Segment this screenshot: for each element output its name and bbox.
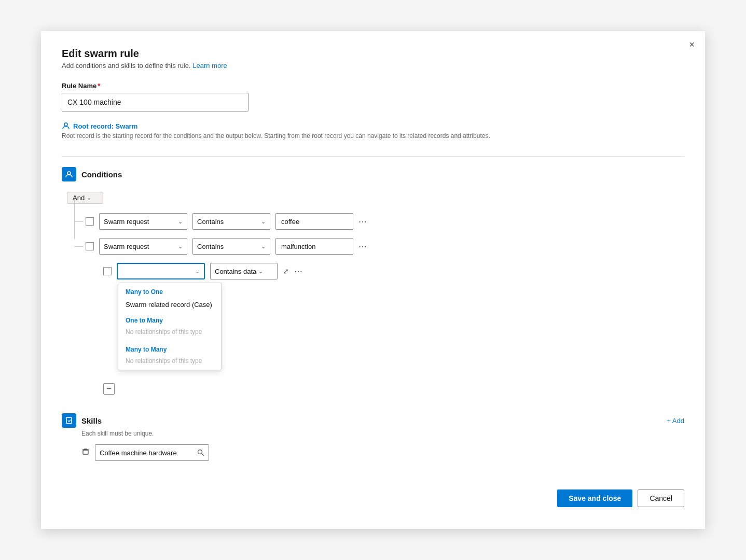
svg-point-0 [64, 123, 67, 126]
operator-chevron-icon-2: ⌄ [261, 243, 266, 250]
skills-section: Skills + Add Each skill must be unique. [62, 413, 684, 461]
h-connector-1 [74, 221, 84, 222]
conditions-title: Conditions [81, 170, 122, 179]
skill-input-1[interactable] [100, 449, 194, 457]
delete-skill-button-1[interactable] [81, 447, 90, 458]
operator-chevron-icon-3: ⌄ [258, 268, 263, 275]
expand-button-3[interactable]: ⤢ [283, 267, 289, 275]
condition-row-3-more-options[interactable]: ⋯ [294, 267, 303, 276]
svg-rect-3 [83, 450, 88, 454]
condition-row-3-checkbox[interactable] [103, 267, 112, 275]
close-button[interactable]: × [689, 39, 695, 50]
condition-row-2: Swarm request ⌄ Contains ⌄ ⋯ [86, 238, 684, 255]
modal-subtitle: Add conditions and skills to define this… [62, 62, 684, 69]
conditions-icon [62, 167, 76, 181]
condition-row-1: Swarm request ⌄ Contains ⌄ ⋯ [86, 213, 684, 230]
root-record-label: Root record: Swarm [73, 122, 137, 130]
search-icon-1 [197, 449, 204, 456]
conditions-section-icon [65, 170, 73, 178]
condition-row-1-checkbox[interactable] [86, 217, 94, 226]
skill-input-wrap-1 [95, 444, 209, 461]
svg-point-5 [198, 450, 202, 454]
add-skill-button[interactable]: + Add [667, 417, 684, 425]
no-many-to-many-label: No relationships of this type [118, 355, 221, 370]
svg-rect-2 [66, 417, 72, 424]
connector-line-1 [74, 199, 75, 239]
field-chevron-icon-3: ⌄ [195, 268, 200, 275]
many-to-many-group-label: Many to Many [118, 341, 221, 355]
condition-row-1-value-input[interactable] [275, 213, 353, 230]
and-operator-dropdown[interactable]: And ⌄ [67, 192, 103, 204]
trash-icon-1 [81, 447, 90, 456]
cancel-button[interactable]: Cancel [638, 489, 684, 507]
root-record-desc: Root record is the starting record for t… [62, 132, 684, 139]
conditions-section-header: Conditions [62, 167, 684, 181]
conditions-area: And ⌄ Swarm request ⌄ Contains ⌄ ⋯ Swar [67, 192, 684, 395]
condition-row-1-operator-select[interactable]: Contains ⌄ [192, 213, 270, 230]
save-and-close-button[interactable]: Save and close [557, 489, 632, 507]
skills-icon [62, 413, 76, 428]
svg-line-6 [202, 454, 204, 456]
learn-more-link[interactable]: Learn more [192, 62, 227, 69]
rule-name-label: Rule Name* [62, 82, 684, 90]
skills-section-icon [65, 416, 73, 425]
operator-chevron-icon-1: ⌄ [261, 218, 266, 225]
condition-row-2-more-options[interactable]: ⋯ [358, 242, 368, 251]
condition-row-2-checkbox[interactable] [86, 242, 94, 250]
skills-title: Skills [81, 416, 102, 425]
skill-row-1 [81, 444, 684, 461]
one-to-many-group-label: One to Many [118, 312, 221, 326]
no-one-to-many-label: No relationships of this type [118, 326, 221, 341]
rule-name-input[interactable] [62, 93, 248, 111]
add-condition-button[interactable]: − [103, 383, 115, 395]
skills-header: Skills + Add [62, 413, 684, 428]
skills-description: Each skill must be unique. [81, 430, 684, 437]
condition-row-2-value-input[interactable] [275, 238, 353, 255]
modal-title: Edit swarm rule [62, 48, 684, 60]
condition-row-3-field-dropdown[interactable]: ⌄ Many to One Swarm related record (Case… [117, 263, 205, 279]
condition-row-2-operator-select[interactable]: Contains ⌄ [192, 238, 270, 255]
condition-row-3-wrap: ⌄ Many to One Swarm related record (Case… [103, 263, 684, 279]
divider [62, 156, 684, 157]
condition-row-3: ⌄ Many to One Swarm related record (Case… [103, 263, 684, 279]
edit-swarm-rule-modal: × Edit swarm rule Add conditions and ski… [41, 31, 705, 529]
condition-row-1-field-select[interactable]: Swarm request ⌄ [99, 213, 187, 230]
h-connector-2 [74, 246, 84, 247]
modal-footer: Save and close Cancel [62, 469, 684, 512]
root-record-row: Root record: Swarm [62, 122, 684, 130]
condition-row-1-more-options[interactable]: ⋯ [358, 217, 368, 227]
field-dropdown-menu: Many to One Swarm related record (Case) … [118, 283, 222, 370]
root-record-icon [62, 122, 70, 130]
field-chevron-icon-1: ⌄ [178, 218, 183, 225]
swarm-related-record-item[interactable]: Swarm related record (Case) [118, 298, 221, 312]
and-chevron-icon: ⌄ [87, 194, 91, 201]
field-chevron-icon-2: ⌄ [178, 243, 183, 250]
skills-header-left: Skills [62, 413, 102, 428]
many-to-one-group-label: Many to One [118, 283, 221, 298]
condition-row-3-operator-select[interactable]: Contains data ⌄ [210, 263, 278, 279]
svg-point-1 [67, 172, 71, 175]
condition-row-2-field-select[interactable]: Swarm request ⌄ [99, 238, 187, 255]
add-condition-row: − [103, 383, 684, 395]
